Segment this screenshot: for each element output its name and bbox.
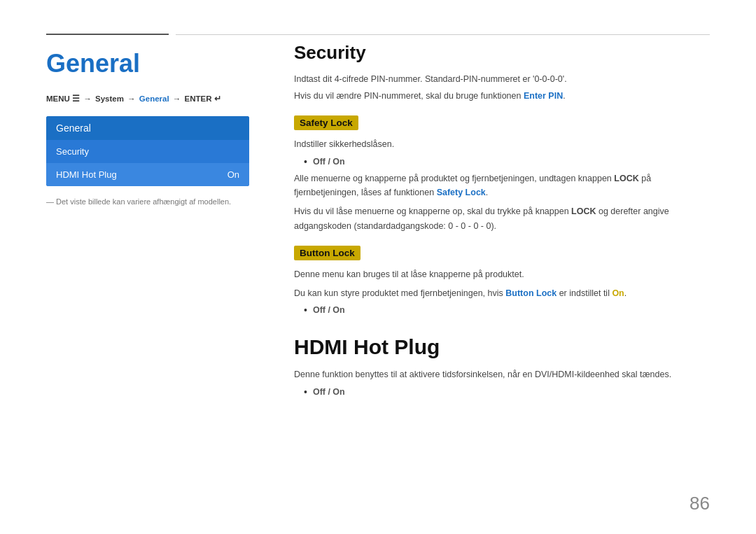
breadcrumb-menu: MENU ☰	[46, 94, 80, 103]
hdmi-title: HDMI Hot Plug	[294, 335, 710, 359]
menu-item-hdmi[interactable]: HDMI Hot Plug On	[46, 163, 249, 186]
security-desc1: Indtast dit 4-cifrede PIN-nummer. Standa…	[294, 72, 710, 86]
page-title: General	[46, 49, 256, 78]
button-lock-section: Button Lock	[294, 246, 710, 260]
menu-box: General Security HDMI Hot Plug On	[46, 116, 249, 186]
breadcrumb: MENU ☰ → System → General → ENTER ↵	[46, 94, 256, 104]
hdmi-desc: Denne funktion benyttes til at aktivere …	[294, 367, 710, 382]
button-lock-bullet: Off / On	[304, 304, 710, 316]
top-line-long	[176, 34, 710, 35]
button-lock-desc1: Denne menu kan bruges til at låse knappe…	[294, 267, 710, 282]
menu-header: General	[46, 116, 249, 140]
footnote: Det viste billede kan variere afhængigt …	[46, 197, 256, 206]
safety-lock-desc1: Indstiller sikkerhedslåsen.	[294, 137, 710, 152]
button-lock-link: Button Lock	[505, 288, 556, 298]
enter-pin-link: Enter PIN	[524, 91, 563, 101]
safety-lock-section: Safety Lock	[294, 115, 710, 130]
safety-lock-desc2: Alle menuerne og knapperne på produktet …	[294, 171, 710, 200]
right-panel: Security Indtast dit 4-cifrede PIN-numme…	[294, 42, 710, 402]
menu-item-security[interactable]: Security	[46, 140, 249, 163]
top-line-short	[46, 34, 169, 35]
breadcrumb-general: General	[139, 94, 169, 103]
breadcrumb-system: System	[95, 94, 124, 103]
button-lock-on: On	[612, 288, 624, 298]
safety-lock-bullet: Off / On	[304, 156, 710, 167]
security-title: Security	[294, 42, 710, 64]
safety-lock-desc3: Hvis du vil låse menuerne og knapperne o…	[294, 204, 710, 233]
safety-lock-link: Safety Lock	[437, 188, 486, 197]
button-lock-title: Button Lock	[294, 246, 360, 260]
safety-lock-title: Safety Lock	[294, 115, 358, 130]
hdmi-bullet: Off / On	[304, 386, 710, 398]
page-number: 86	[690, 493, 710, 514]
top-divider	[46, 34, 710, 35]
button-lock-desc2: Du kan kun styre produktet med fjernbetj…	[294, 286, 710, 301]
hdmi-section: HDMI Hot Plug Denne funktion benyttes ti…	[294, 335, 710, 398]
left-panel: General MENU ☰ → System → General → ENTE…	[46, 42, 256, 206]
breadcrumb-enter: ENTER ↵	[185, 94, 221, 103]
security-desc2: Hvis du vil ændre PIN-nummeret, skal du …	[294, 89, 710, 103]
